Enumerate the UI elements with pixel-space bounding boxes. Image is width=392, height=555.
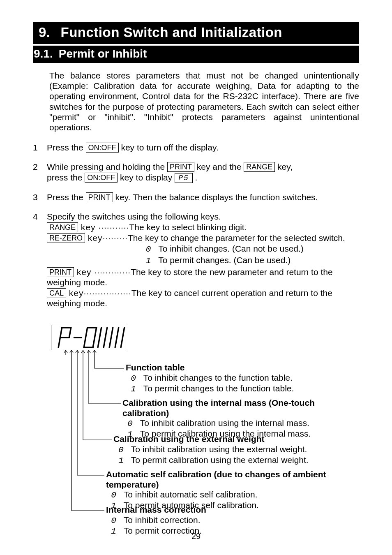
tree-internal-mass-cal: Calibration using the internal mass (One… xyxy=(122,398,359,439)
key-onoff: ON:OFF xyxy=(86,143,119,153)
tree-text: To inhibit correction. xyxy=(124,515,201,525)
chapter-title: Function Switch and Initialization xyxy=(61,25,283,39)
page-number: 29 xyxy=(0,532,392,541)
tree-text: To inhibit changes to the function table… xyxy=(143,373,293,382)
step-number: 3 xyxy=(33,192,39,202)
dots: key ··········· xyxy=(78,222,129,232)
svg-line-7 xyxy=(93,328,96,347)
seg-zero: 0 xyxy=(111,490,117,500)
tree-external-weight-cal: Calibration using the external weight 0 … xyxy=(113,434,309,465)
spec-text: To permit changes. (Can be used.) xyxy=(158,255,291,265)
seg-zero: 0 xyxy=(131,374,136,384)
svg-line-12 xyxy=(115,328,118,347)
step-number: 2 xyxy=(33,162,39,172)
key-range: RANGE xyxy=(47,222,78,232)
chapter-heading: 9. Function Switch and Initialization xyxy=(33,22,359,44)
intro-paragraph: The balance stores parameters that must … xyxy=(49,70,359,132)
svg-line-13 xyxy=(121,328,124,347)
step-text: key to turn off the display. xyxy=(119,143,219,152)
switch-tree: Function table 0 To inhibit changes to t… xyxy=(51,350,359,555)
svg-line-9 xyxy=(98,328,101,347)
seg-zero: 0 xyxy=(118,445,124,455)
svg-line-11 xyxy=(109,328,113,347)
step-text: While pressing and holding the xyxy=(47,162,167,171)
tree-text: To inhibit automatic self calibration. xyxy=(124,490,258,499)
step-2: 2 While pressing and holding the PRINT k… xyxy=(33,162,359,183)
seg-one: 1 xyxy=(131,384,136,394)
key-range: RANGE xyxy=(244,162,275,172)
step-text: Press the xyxy=(47,192,86,202)
svg-line-2 xyxy=(69,328,71,338)
key-rezero: RE-ZERO xyxy=(47,233,85,243)
display-value-p5: P5 xyxy=(175,173,193,183)
svg-line-6 xyxy=(84,328,87,347)
spec-text: To inhibit changes. (Can not be used.) xyxy=(158,244,304,253)
tree-text: To inhibit calibration using the externa… xyxy=(131,444,307,454)
svg-line-10 xyxy=(104,328,107,347)
dots: key ············· xyxy=(74,267,131,277)
section-number: 9.1. xyxy=(34,48,53,60)
spec-text: The key to change the parameter for the … xyxy=(128,233,345,243)
dots: key········· xyxy=(85,233,128,243)
step-3: 3 Press the PRINT key. Then the balance … xyxy=(33,192,359,202)
key-cal: CAL xyxy=(47,288,66,298)
seven-segment-display xyxy=(55,327,129,350)
step-1: 1 Press the ON:OFF key to turn off the d… xyxy=(33,142,359,153)
chapter-number: 9. xyxy=(39,25,50,39)
tree-title: Internal mass correction xyxy=(106,505,206,515)
tree-function-table: Function table 0 To inhibit changes to t… xyxy=(126,363,294,394)
tree-title: Function table xyxy=(126,363,294,372)
step-number: 1 xyxy=(33,142,39,153)
step-4: 4 Specify the switches using the followi… xyxy=(33,211,359,309)
key-print: PRINT xyxy=(167,162,194,172)
tree-title: Automatic self calibration (due to chang… xyxy=(106,469,359,489)
step-text: . xyxy=(193,173,198,182)
section-heading: 9.1. Permit or Inhibit xyxy=(33,46,359,63)
step-text: key, xyxy=(275,162,293,171)
tree-text: To permit calibration using the external… xyxy=(131,455,309,465)
step-text: key. Then the balance displays the funct… xyxy=(113,192,318,202)
seg-one: 1 xyxy=(118,456,124,466)
key-print: PRINT xyxy=(86,192,113,202)
seg-zero: 0 xyxy=(145,244,151,254)
key-print: PRINT xyxy=(47,267,74,277)
tree-text: To permit changes to the function table. xyxy=(143,384,294,393)
seg-one: 1 xyxy=(145,256,151,266)
section-title: Permit or Inhibit xyxy=(59,48,147,60)
tree-title: Calibration using the internal mass (One… xyxy=(122,398,359,418)
dots: key················· xyxy=(66,288,131,298)
step-number: 4 xyxy=(33,211,39,222)
step-text: press the xyxy=(47,173,85,182)
tree-text: To inhibit calibration using the interna… xyxy=(140,418,309,428)
seg-zero: 0 xyxy=(127,419,133,429)
seg-zero: 0 xyxy=(111,516,117,526)
step-text: key to display xyxy=(118,173,175,182)
spec-text: The key to select blinking digit. xyxy=(129,222,247,232)
step-list: 1 Press the ON:OFF key to turn off the d… xyxy=(33,142,359,308)
step-text: Specify the switches using the following… xyxy=(47,211,359,222)
key-onoff: ON:OFF xyxy=(85,173,118,183)
display-panel xyxy=(51,325,128,350)
tree-title: Calibration using the external weight xyxy=(113,434,309,444)
step-text: key and the xyxy=(194,162,244,171)
step-text: Press the xyxy=(47,143,86,152)
